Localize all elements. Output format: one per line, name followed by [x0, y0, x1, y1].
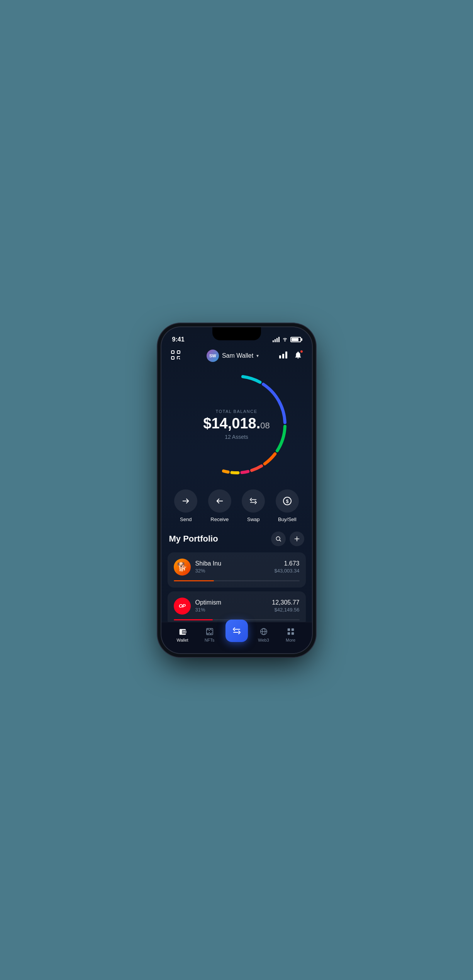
svg-rect-27: [291, 632, 293, 634]
wallet-icon: [178, 627, 187, 636]
wallet-name: Sam Wallet: [222, 352, 253, 359]
fab-icon: [232, 626, 241, 635]
receive-button[interactable]: Receive: [208, 489, 231, 522]
balance-assets: 12 Assets: [203, 434, 270, 440]
svg-point-20: [183, 631, 184, 632]
nav-web3[interactable]: Web3: [250, 627, 277, 642]
notification-button[interactable]: [294, 351, 302, 361]
scan-button[interactable]: [171, 350, 186, 362]
shib-usd: $43,003.34: [274, 568, 299, 574]
svg-rect-26: [287, 632, 290, 634]
actions-row: Send Receive Swap: [161, 486, 312, 532]
phone-screen: 9:41: [161, 327, 312, 653]
portfolio-section: My Portfolio: [161, 532, 312, 622]
swap-button[interactable]: Swap: [242, 489, 265, 522]
shib-bar: [174, 580, 300, 581]
swap-icon: [249, 497, 258, 505]
wallet-nav-label: Wallet: [176, 638, 188, 642]
more-nav-label: More: [286, 638, 295, 642]
chart-button[interactable]: [279, 352, 288, 360]
balance-amount: $14,018.08: [203, 416, 270, 431]
buysell-label: Buy/Sell: [278, 516, 297, 522]
svg-line-5: [179, 358, 180, 359]
svg-rect-25: [291, 628, 293, 630]
svg-rect-24: [287, 628, 290, 630]
receive-icon: [215, 497, 224, 505]
balance-ring: TOTAL BALANCE $14,018.08 12 Assets: [183, 370, 291, 479]
svg-rect-0: [171, 351, 174, 353]
battery-icon: [290, 337, 301, 342]
send-icon: [181, 497, 190, 505]
notch: [212, 327, 261, 340]
web3-nav-label: Web3: [258, 638, 269, 642]
swap-label: Swap: [247, 516, 260, 522]
scan-icon: [171, 350, 181, 360]
wallet-selector[interactable]: SW Sam Wallet ▾: [207, 350, 259, 362]
fab-button[interactable]: [225, 620, 248, 642]
web3-icon: [259, 627, 268, 636]
op-name: Optimism: [195, 599, 268, 606]
buysell-button[interactable]: $ Buy/Sell: [276, 489, 299, 522]
nfts-icon: [205, 627, 214, 636]
status-time: 9:41: [172, 336, 185, 343]
asset-card-op[interactable]: OP Optimism 31% 12,305.77 $42,149.56: [168, 591, 306, 622]
avatar: SW: [207, 350, 219, 362]
bottom-nav: Wallet NFTs: [161, 622, 312, 653]
op-pct: 31%: [195, 607, 268, 613]
nav-wallet[interactable]: Wallet: [169, 627, 196, 642]
balance-info: TOTAL BALANCE $14,018.08 12 Assets: [203, 409, 270, 440]
op-amount: 12,305.77: [272, 599, 299, 606]
svg-rect-6: [279, 355, 281, 358]
shib-amount: 1.673: [274, 560, 299, 567]
portfolio-title: My Portfolio: [169, 534, 218, 544]
svg-rect-1: [177, 351, 180, 353]
balance-cents: 08: [260, 421, 270, 430]
nav-fab-container: [223, 627, 250, 642]
svg-rect-2: [171, 357, 174, 359]
svg-rect-8: [285, 352, 287, 358]
shib-name: Shiba Inu: [195, 560, 270, 567]
op-logo: OP: [174, 598, 191, 615]
nav-more[interactable]: More: [277, 627, 304, 642]
op-usd: $42,149.56: [272, 607, 299, 613]
status-icons: [273, 336, 301, 343]
wifi-icon: [282, 336, 288, 343]
asset-card-shib[interactable]: 🐕 Shiba Inu 32% 1.673 $43,003.34: [168, 552, 306, 588]
balance-section: TOTAL BALANCE $14,018.08 12 Assets: [161, 367, 312, 486]
more-icon: [286, 627, 295, 636]
portfolio-search-button[interactable]: [271, 532, 286, 546]
svg-text:$: $: [286, 499, 288, 504]
search-icon: [275, 536, 281, 542]
notification-dot: [300, 350, 303, 353]
chart-icon: [279, 352, 288, 358]
plus-icon: [294, 536, 300, 542]
header: SW Sam Wallet ▾: [161, 346, 312, 367]
chevron-down-icon: ▾: [256, 353, 259, 358]
portfolio-add-button[interactable]: [290, 532, 304, 546]
portfolio-header: My Portfolio: [168, 532, 306, 546]
buysell-icon: $: [283, 496, 292, 506]
op-info: Optimism 31%: [195, 599, 268, 613]
nav-nfts[interactable]: NFTs: [196, 627, 223, 642]
shib-pct: 32%: [195, 568, 270, 574]
nfts-nav-label: NFTs: [205, 638, 215, 642]
send-button[interactable]: Send: [174, 489, 197, 522]
shib-logo: 🐕: [174, 559, 191, 576]
header-right: [279, 351, 302, 361]
phone-frame: 9:41: [161, 327, 312, 653]
signal-bars-icon: [273, 337, 280, 342]
svg-rect-7: [282, 354, 284, 358]
balance-label: TOTAL BALANCE: [203, 409, 270, 414]
portfolio-actions: [271, 532, 304, 546]
receive-label: Receive: [210, 516, 229, 522]
shib-values: 1.673 $43,003.34: [274, 560, 299, 574]
shib-info: Shiba Inu 32%: [195, 560, 270, 574]
send-label: Send: [180, 516, 192, 522]
op-values: 12,305.77 $42,149.56: [272, 599, 299, 613]
